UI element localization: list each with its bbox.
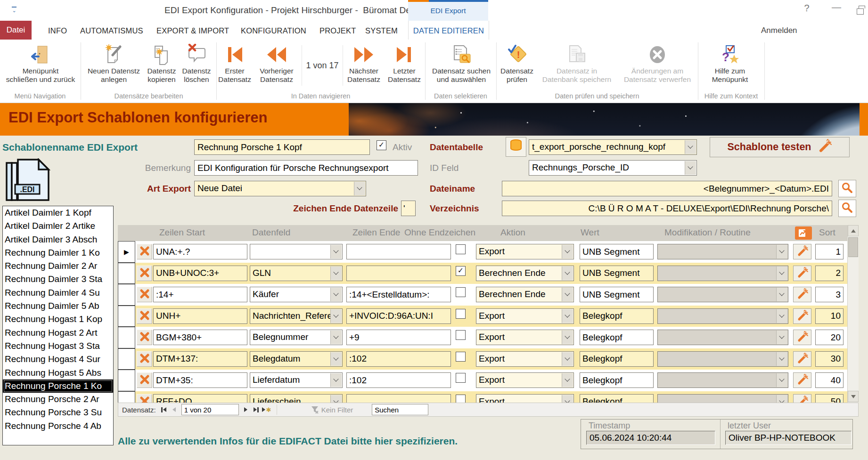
zeichen-ende-input[interactable] xyxy=(401,201,416,216)
delete-record-button[interactable]: Datenstz löschen xyxy=(178,40,215,91)
chevron-down-icon[interactable] xyxy=(685,140,696,154)
chevron-down-icon[interactable] xyxy=(776,352,787,366)
aktion-select[interactable]: Export xyxy=(476,394,574,403)
chevron-down-icon[interactable] xyxy=(330,373,342,387)
row-selector[interactable] xyxy=(118,306,135,327)
zeilen-ende-input[interactable] xyxy=(346,308,451,324)
aktion-select[interactable]: Export xyxy=(476,372,574,388)
save-record-button[interactable]: Datensatz in Datenbank speichern xyxy=(537,40,616,91)
sort-input[interactable] xyxy=(815,351,843,367)
chevron-down-icon[interactable] xyxy=(330,395,342,403)
previous-record-button[interactable]: Vorheriger Datensatz xyxy=(253,40,301,91)
zeilen-ende-input[interactable] xyxy=(346,372,451,388)
ohne-endzeichen-checkbox[interactable] xyxy=(456,373,466,383)
chevron-down-icon[interactable] xyxy=(776,309,787,323)
aktion-select[interactable]: Export xyxy=(476,244,574,259)
close-menu-button[interactable]: Menüpunkt schließen und zurück xyxy=(1,40,80,91)
document-tab[interactable]: EDI Export Konfiguration xyxy=(408,0,488,21)
chevron-down-icon[interactable] xyxy=(562,352,573,366)
search-record-button[interactable]: Datensatz suchen und auswählen xyxy=(427,40,496,91)
zeilen-start-input[interactable] xyxy=(153,308,247,324)
ohne-endzeichen-checkbox[interactable] xyxy=(456,287,466,297)
menu-item-projekt[interactable]: PROJEKT xyxy=(319,21,356,40)
chevron-down-icon[interactable] xyxy=(330,266,342,280)
list-item[interactable]: Rechnung Hogast 5 Abs xyxy=(3,366,113,379)
zeilen-ende-input[interactable] xyxy=(346,244,451,259)
database-button[interactable] xyxy=(506,137,526,157)
chevron-down-icon[interactable] xyxy=(330,309,342,323)
zeilen-start-input[interactable] xyxy=(153,394,247,403)
menu-item-system[interactable]: SYSTEM xyxy=(365,21,398,40)
scrollbar-thumb[interactable] xyxy=(848,237,858,257)
zeilen-start-input[interactable] xyxy=(153,372,247,388)
delete-row-button[interactable] xyxy=(137,394,152,403)
schablone-testen-button[interactable]: Schablone testen xyxy=(710,137,850,157)
wert-input[interactable] xyxy=(580,308,654,324)
bemerkung-input[interactable] xyxy=(194,160,418,176)
list-item[interactable]: Rechnung Hogast 4 Sur xyxy=(3,353,113,366)
row-selector[interactable] xyxy=(118,391,135,403)
new-record-button[interactable]: Neuen Datenstz anlegen xyxy=(82,40,145,91)
row-selector[interactable] xyxy=(118,327,135,348)
zeilen-ende-input[interactable] xyxy=(346,394,451,403)
zeilen-start-input[interactable] xyxy=(153,244,247,259)
aktion-select[interactable]: Export xyxy=(476,308,574,324)
chevron-down-icon[interactable] xyxy=(776,245,787,258)
delete-row-button[interactable] xyxy=(137,287,152,302)
modify-wand-button[interactable] xyxy=(793,244,811,259)
datenfeld-select[interactable]: Belegdatum xyxy=(250,351,343,367)
wert-input[interactable] xyxy=(580,351,654,367)
chevron-down-icon[interactable] xyxy=(562,266,573,280)
chevron-down-icon[interactable] xyxy=(776,266,787,280)
menu-item-konfiguration[interactable]: KONFIGURATION xyxy=(241,21,306,40)
chevron-down-icon[interactable] xyxy=(776,288,787,301)
list-item[interactable]: Artikel Daimler 3 Absch xyxy=(3,233,113,246)
chevron-down-icon[interactable] xyxy=(330,331,342,344)
datenfeld-select[interactable] xyxy=(250,244,343,259)
row-selector[interactable] xyxy=(118,370,135,391)
ohne-endzeichen-checkbox[interactable] xyxy=(456,309,466,319)
delete-row-button[interactable] xyxy=(137,266,152,281)
modify-wand-button[interactable] xyxy=(793,330,811,345)
chevron-down-icon[interactable] xyxy=(776,331,787,344)
list-item[interactable]: Rechnung Daimler 2 Ar xyxy=(3,259,113,273)
datenfeld-select[interactable]: GLN xyxy=(250,266,343,281)
sort-input[interactable] xyxy=(815,372,843,388)
zeilen-start-input[interactable] xyxy=(153,351,247,367)
check-record-button[interactable]: ! Datensatz prüfen xyxy=(498,40,536,91)
new-record-nav-button[interactable]: ✱ xyxy=(262,405,272,414)
chevron-down-icon[interactable] xyxy=(562,288,573,301)
modify-wand-button[interactable] xyxy=(793,266,811,281)
sort-input[interactable] xyxy=(815,394,843,403)
sort-input[interactable] xyxy=(815,244,843,259)
ohne-endzeichen-checkbox[interactable]: ✓ xyxy=(456,266,466,276)
wert-input[interactable] xyxy=(580,266,654,281)
row-selector[interactable] xyxy=(118,284,135,306)
modify-wand-button[interactable] xyxy=(793,394,811,403)
aktiv-checkbox[interactable]: ✓ xyxy=(377,140,386,150)
chevron-down-icon[interactable] xyxy=(776,395,787,403)
chevron-down-icon[interactable] xyxy=(330,288,342,301)
aktion-select[interactable]: Berechnen Ende xyxy=(476,287,574,302)
chevron-down-icon[interactable] xyxy=(562,331,573,344)
help-titlebar-icon[interactable]: ? xyxy=(800,3,814,14)
list-item[interactable]: Rechnung Hogast 3 Sta xyxy=(3,339,113,353)
copy-record-button[interactable]: Datenstz kopieren xyxy=(146,40,178,91)
minimize-icon[interactable]: — xyxy=(829,2,843,13)
datenfeld-select[interactable]: Lieferschein xyxy=(250,394,343,403)
sort-input[interactable] xyxy=(815,266,843,281)
list-item[interactable]: Artikel Daimler 1 Kopf xyxy=(3,206,113,219)
ohne-endzeichen-checkbox[interactable] xyxy=(456,330,466,340)
list-item[interactable]: Rechnung Hogast 1 Kop xyxy=(3,313,113,326)
next-record-button[interactable]: Nächster Datensatz xyxy=(343,40,385,91)
chevron-down-icon[interactable] xyxy=(330,245,342,258)
restore-icon[interactable] xyxy=(857,8,864,15)
aktion-select[interactable]: Berechnen Ende xyxy=(476,266,574,281)
ohne-endzeichen-checkbox[interactable] xyxy=(456,244,466,254)
record-position-input[interactable] xyxy=(181,404,239,415)
sort-input[interactable] xyxy=(815,308,843,324)
menu-item-automatismus[interactable]: AUTOMATISMUS xyxy=(80,21,143,40)
delete-row-button[interactable] xyxy=(137,244,152,259)
verzeichnis-browse-button[interactable] xyxy=(838,200,856,217)
chevron-down-icon[interactable] xyxy=(562,245,573,258)
